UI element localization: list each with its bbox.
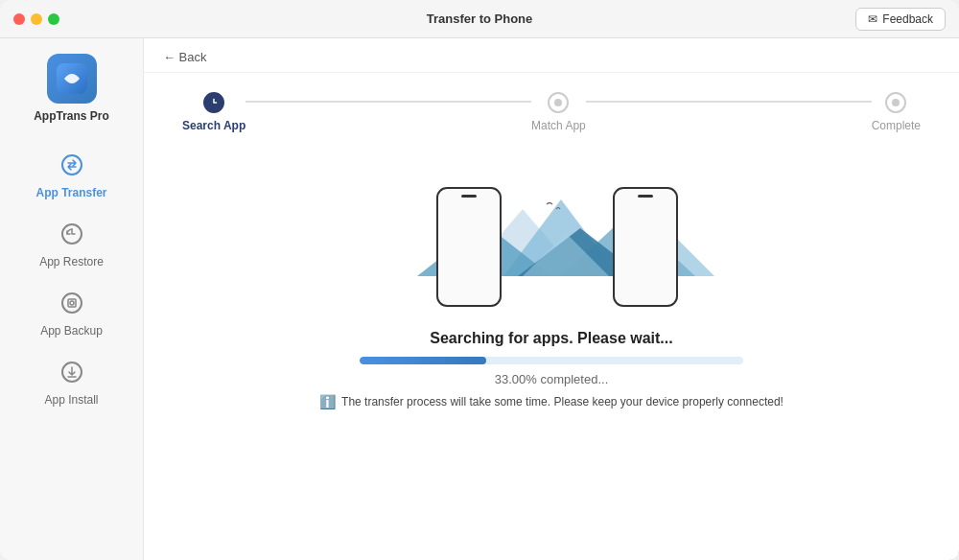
minimize-button[interactable] <box>31 13 42 25</box>
step-search-app: Search App <box>182 92 246 132</box>
app-icon <box>47 54 97 104</box>
step-circle-2 <box>548 92 569 113</box>
titlebar: Transfer to Phone ✉ Feedback <box>0 0 959 38</box>
sidebar-item-app-install[interactable]: App Install <box>0 349 143 418</box>
traffic-lights <box>13 13 59 25</box>
restore-icon <box>60 222 83 251</box>
back-button[interactable]: ← Back <box>163 50 207 64</box>
phone-right <box>613 187 678 307</box>
backup-icon <box>60 292 83 320</box>
sidebar-item-app-restore[interactable]: App Restore <box>0 211 143 280</box>
install-icon <box>60 361 83 389</box>
info-message: ℹ️ The transfer process will take some t… <box>319 394 784 409</box>
step-line-1 <box>246 101 531 103</box>
step-label-2: Match App <box>531 119 586 132</box>
step-complete: Complete <box>872 92 921 132</box>
step-circle-3 <box>885 92 906 113</box>
progress-percent: 33.00% completed... <box>495 372 609 386</box>
transfer-icon <box>60 153 83 182</box>
app-window: Transfer to Phone ✉ Feedback <box>0 0 959 560</box>
backup-svg <box>60 292 83 315</box>
sidebar-item-app-transfer[interactable]: App Transfer <box>0 142 143 211</box>
window-title: Transfer to Phone <box>427 12 533 26</box>
sidebar-label-transfer: App Transfer <box>35 186 106 199</box>
phone-left <box>436 187 502 307</box>
svg-point-3 <box>62 293 82 313</box>
sidebar: AppTrans Pro App Transfer <box>0 38 144 560</box>
email-icon: ✉ <box>868 12 877 26</box>
transfer-svg <box>60 153 83 176</box>
feedback-label: Feedback <box>882 12 933 26</box>
close-button[interactable] <box>13 13 25 25</box>
feedback-button[interactable]: ✉ Feedback <box>855 8 946 31</box>
app-logo: AppTrans Pro <box>34 54 109 123</box>
sidebar-label-restore: App Restore <box>39 255 104 268</box>
maximize-button[interactable] <box>48 13 59 25</box>
app-name: AppTrans Pro <box>34 109 109 123</box>
status-text: Searching for apps. Please wait... <box>430 330 672 347</box>
progress-bar-container <box>360 357 743 364</box>
clock-icon <box>207 96 221 109</box>
steps-bar: Search App Match App Complete <box>144 73 959 142</box>
step-line-2 <box>586 101 872 103</box>
sidebar-label-backup: App Backup <box>40 324 103 338</box>
main-area: Searching for apps. Please wait... 33.00… <box>144 142 959 560</box>
restore-svg <box>60 222 83 245</box>
sidebar-item-app-backup[interactable]: App Backup <box>0 280 143 349</box>
mountain-svg <box>369 152 734 315</box>
step-circle-1 <box>203 92 224 113</box>
main-layout: AppTrans Pro App Transfer <box>0 38 959 560</box>
svg-point-1 <box>62 155 82 175</box>
illustration <box>369 152 734 315</box>
info-text: The transfer process will take some time… <box>341 395 784 408</box>
svg-point-5 <box>70 301 74 305</box>
content-area: ← Back Search App <box>144 38 959 560</box>
install-svg <box>60 361 83 384</box>
apptrans-icon <box>57 63 87 94</box>
svg-rect-4 <box>68 299 76 307</box>
step-label-3: Complete <box>872 119 921 132</box>
info-icon: ℹ️ <box>319 394 336 409</box>
progress-bar-fill <box>360 357 486 364</box>
step-label-1: Search App <box>182 119 246 132</box>
sidebar-label-install: App Install <box>44 393 98 407</box>
content-header: ← Back <box>144 38 959 73</box>
step-match-app: Match App <box>531 92 586 132</box>
